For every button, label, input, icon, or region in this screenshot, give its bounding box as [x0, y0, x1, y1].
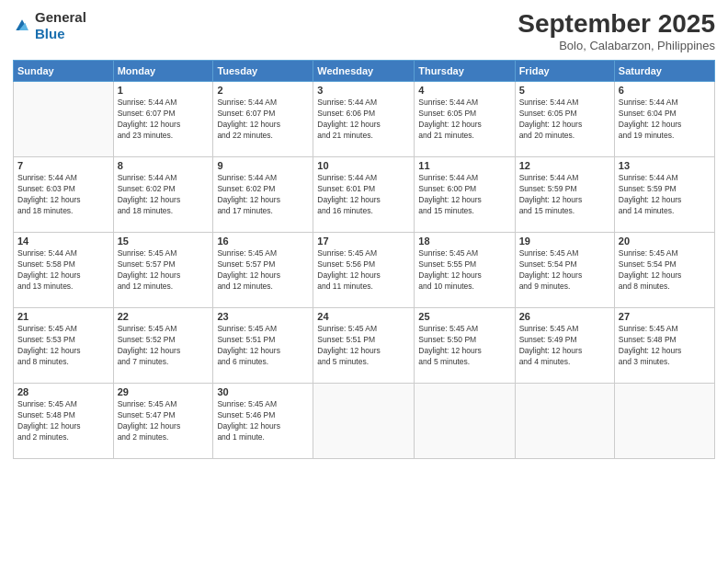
month-title: September 2025 — [518, 9, 715, 39]
cell-info: Sunrise: 5:45 AMSunset: 5:46 PMDaylight:… — [217, 399, 309, 443]
location-title: Bolo, Calabarzon, Philippines — [518, 39, 715, 52]
day-number: 28 — [17, 386, 109, 397]
calendar-cell: 25Sunrise: 5:45 AMSunset: 5:50 PMDayligh… — [415, 308, 515, 384]
day-number: 9 — [217, 160, 309, 171]
cell-info: Sunrise: 5:44 AMSunset: 6:02 PMDaylight:… — [217, 173, 309, 217]
day-number: 10 — [317, 160, 410, 171]
calendar-week-4: 28Sunrise: 5:45 AMSunset: 5:48 PMDayligh… — [14, 384, 715, 459]
day-number: 18 — [418, 236, 510, 247]
cell-info: Sunrise: 5:45 AMSunset: 5:50 PMDaylight:… — [418, 324, 510, 368]
cell-info: Sunrise: 5:45 AMSunset: 5:57 PMDaylight:… — [217, 248, 309, 293]
logo: General Blue — [13, 9, 86, 42]
calendar-body: 1Sunrise: 5:44 AMSunset: 6:07 PMDaylight… — [14, 82, 715, 459]
calendar-cell: 18Sunrise: 5:45 AMSunset: 5:55 PMDayligh… — [415, 233, 515, 308]
calendar-cell: 16Sunrise: 5:45 AMSunset: 5:57 PMDayligh… — [213, 233, 313, 308]
cell-info: Sunrise: 5:44 AMSunset: 6:05 PMDaylight:… — [519, 98, 610, 142]
day-number: 2 — [217, 85, 309, 96]
col-friday: Friday — [515, 61, 614, 82]
calendar-cell: 4Sunrise: 5:44 AMSunset: 6:05 PMDaylight… — [415, 82, 515, 157]
cell-info: Sunrise: 5:44 AMSunset: 6:05 PMDaylight:… — [418, 98, 510, 142]
calendar-cell: 24Sunrise: 5:45 AMSunset: 5:51 PMDayligh… — [313, 308, 415, 384]
calendar-cell: 20Sunrise: 5:45 AMSunset: 5:54 PMDayligh… — [614, 233, 714, 308]
day-number: 13 — [619, 160, 711, 171]
cell-info: Sunrise: 5:45 AMSunset: 5:47 PMDaylight:… — [118, 399, 210, 443]
cell-info: Sunrise: 5:45 AMSunset: 5:49 PMDaylight:… — [519, 324, 610, 368]
cell-info: Sunrise: 5:44 AMSunset: 6:01 PMDaylight:… — [317, 173, 410, 217]
day-number: 23 — [217, 311, 309, 322]
calendar-cell: 6Sunrise: 5:44 AMSunset: 6:04 PMDaylight… — [614, 82, 714, 157]
calendar-cell: 1Sunrise: 5:44 AMSunset: 6:07 PMDaylight… — [113, 82, 213, 157]
calendar-cell: 11Sunrise: 5:44 AMSunset: 6:00 PMDayligh… — [415, 157, 515, 233]
calendar-cell: 9Sunrise: 5:44 AMSunset: 6:02 PMDaylight… — [213, 157, 313, 233]
day-number: 7 — [17, 160, 109, 171]
page: General Blue September 2025 Bolo, Calaba… — [0, 0, 728, 563]
day-number: 11 — [418, 160, 510, 171]
day-number: 4 — [418, 85, 510, 96]
cell-info: Sunrise: 5:45 AMSunset: 5:52 PMDaylight:… — [118, 324, 210, 368]
cell-info: Sunrise: 5:45 AMSunset: 5:48 PMDaylight:… — [17, 399, 109, 443]
calendar-cell: 3Sunrise: 5:44 AMSunset: 6:06 PMDaylight… — [313, 82, 415, 157]
calendar-table: Sunday Monday Tuesday Wednesday Thursday… — [13, 60, 715, 459]
calendar-cell: 17Sunrise: 5:45 AMSunset: 5:56 PMDayligh… — [313, 233, 415, 308]
cell-info: Sunrise: 5:45 AMSunset: 5:51 PMDaylight:… — [217, 324, 309, 368]
day-number: 5 — [519, 85, 610, 96]
calendar-cell: 23Sunrise: 5:45 AMSunset: 5:51 PMDayligh… — [213, 308, 313, 384]
cell-info: Sunrise: 5:44 AMSunset: 6:07 PMDaylight:… — [217, 98, 309, 142]
calendar-cell: 21Sunrise: 5:45 AMSunset: 5:53 PMDayligh… — [14, 308, 114, 384]
cell-info: Sunrise: 5:44 AMSunset: 6:06 PMDaylight:… — [317, 98, 410, 142]
calendar-cell — [614, 384, 714, 459]
cell-info: Sunrise: 5:44 AMSunset: 6:07 PMDaylight:… — [118, 98, 210, 142]
calendar-week-2: 14Sunrise: 5:44 AMSunset: 5:58 PMDayligh… — [14, 233, 715, 308]
calendar-cell — [14, 82, 114, 157]
day-number: 16 — [217, 236, 309, 247]
day-number: 26 — [519, 311, 610, 322]
day-number: 12 — [519, 160, 610, 171]
day-number: 14 — [17, 236, 109, 247]
title-block: September 2025 Bolo, Calabarzon, Philipp… — [518, 9, 715, 52]
calendar-week-1: 7Sunrise: 5:44 AMSunset: 6:03 PMDaylight… — [14, 157, 715, 233]
day-number: 17 — [317, 236, 410, 247]
header: General Blue September 2025 Bolo, Calaba… — [13, 9, 715, 52]
cell-info: Sunrise: 5:45 AMSunset: 5:53 PMDaylight:… — [17, 324, 109, 368]
calendar-cell: 28Sunrise: 5:45 AMSunset: 5:48 PMDayligh… — [14, 384, 114, 459]
cell-info: Sunrise: 5:45 AMSunset: 5:56 PMDaylight:… — [317, 248, 410, 293]
logo-text: General Blue — [35, 9, 86, 42]
calendar-cell: 12Sunrise: 5:44 AMSunset: 5:59 PMDayligh… — [515, 157, 614, 233]
calendar-cell: 5Sunrise: 5:44 AMSunset: 6:05 PMDaylight… — [515, 82, 614, 157]
day-number: 6 — [619, 85, 711, 96]
day-number: 25 — [418, 311, 510, 322]
calendar-cell — [515, 384, 614, 459]
col-saturday: Saturday — [614, 61, 714, 82]
cell-info: Sunrise: 5:44 AMSunset: 5:58 PMDaylight:… — [17, 248, 109, 293]
cell-info: Sunrise: 5:45 AMSunset: 5:57 PMDaylight:… — [118, 248, 210, 293]
cell-info: Sunrise: 5:45 AMSunset: 5:48 PMDaylight:… — [619, 324, 711, 368]
calendar-cell: 10Sunrise: 5:44 AMSunset: 6:01 PMDayligh… — [313, 157, 415, 233]
day-number: 22 — [118, 311, 210, 322]
calendar-cell — [313, 384, 415, 459]
day-number: 1 — [118, 85, 210, 96]
calendar-cell: 14Sunrise: 5:44 AMSunset: 5:58 PMDayligh… — [14, 233, 114, 308]
calendar-cell: 13Sunrise: 5:44 AMSunset: 5:59 PMDayligh… — [614, 157, 714, 233]
day-number: 19 — [519, 236, 610, 247]
day-number: 20 — [619, 236, 711, 247]
logo-general: General — [35, 9, 86, 25]
cell-info: Sunrise: 5:44 AMSunset: 6:03 PMDaylight:… — [17, 173, 109, 217]
cell-info: Sunrise: 5:44 AMSunset: 5:59 PMDaylight:… — [619, 173, 711, 217]
cell-info: Sunrise: 5:44 AMSunset: 5:59 PMDaylight:… — [519, 173, 610, 217]
cell-info: Sunrise: 5:44 AMSunset: 6:02 PMDaylight:… — [118, 173, 210, 217]
day-number: 21 — [17, 311, 109, 322]
calendar-cell — [415, 384, 515, 459]
calendar-cell: 30Sunrise: 5:45 AMSunset: 5:46 PMDayligh… — [213, 384, 313, 459]
logo-icon — [13, 17, 31, 35]
day-number: 30 — [217, 386, 309, 397]
day-number: 3 — [317, 85, 410, 96]
calendar-week-0: 1Sunrise: 5:44 AMSunset: 6:07 PMDaylight… — [14, 82, 715, 157]
calendar-cell: 26Sunrise: 5:45 AMSunset: 5:49 PMDayligh… — [515, 308, 614, 384]
day-number: 15 — [118, 236, 210, 247]
col-thursday: Thursday — [415, 61, 515, 82]
col-wednesday: Wednesday — [313, 61, 415, 82]
weekday-row: Sunday Monday Tuesday Wednesday Thursday… — [14, 61, 715, 82]
day-number: 8 — [118, 160, 210, 171]
logo-blue: Blue — [35, 26, 65, 41]
cell-info: Sunrise: 5:44 AMSunset: 6:04 PMDaylight:… — [619, 98, 711, 142]
